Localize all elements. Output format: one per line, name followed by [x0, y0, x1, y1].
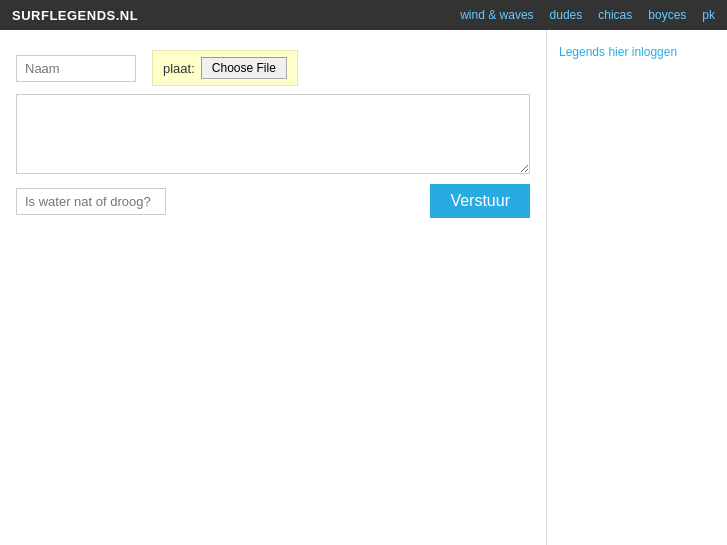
message-textarea[interactable] — [16, 94, 530, 174]
plaat-section: plaat: Choose File — [152, 50, 298, 86]
choose-file-button[interactable]: Choose File — [201, 57, 287, 79]
login-link[interactable]: Legends hier inloggen — [559, 45, 677, 59]
sidebar: Legends hier inloggen — [547, 30, 727, 545]
plaat-label: plaat: — [163, 61, 195, 76]
layout: plaat: Choose File Verstuur Legends hier… — [0, 30, 727, 545]
main-content: plaat: Choose File Verstuur — [0, 30, 547, 545]
header: SURFLEGENDS.NL wind & waves dudes chicas… — [0, 0, 727, 30]
nav-boyces[interactable]: boyces — [648, 8, 686, 22]
top-row: plaat: Choose File — [16, 50, 530, 86]
captcha-input[interactable] — [16, 188, 166, 215]
main-nav: wind & waves dudes chicas boyces pk — [460, 8, 715, 22]
nav-pk[interactable]: pk — [702, 8, 715, 22]
verstuur-button[interactable]: Verstuur — [430, 184, 530, 218]
form-section: plaat: Choose File Verstuur — [16, 50, 530, 218]
nav-wind-waves[interactable]: wind & waves — [460, 8, 533, 22]
nav-dudes[interactable]: dudes — [550, 8, 583, 22]
naam-input[interactable] — [16, 55, 136, 82]
bottom-row: Verstuur — [16, 184, 530, 218]
nav-chicas[interactable]: chicas — [598, 8, 632, 22]
logo: SURFLEGENDS.NL — [12, 8, 138, 23]
